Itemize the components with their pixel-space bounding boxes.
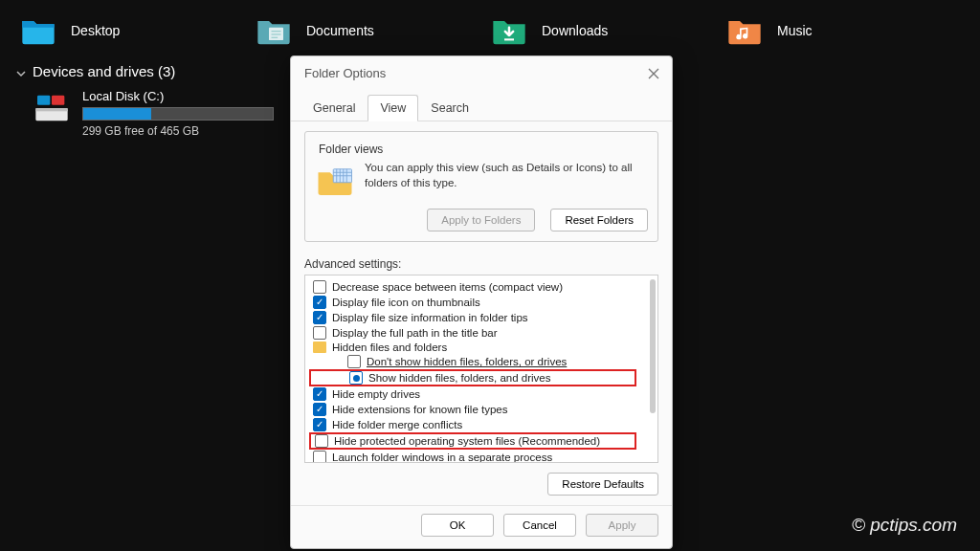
svg-rect-2 [272,33,281,34]
tab-general[interactable]: General [301,95,368,121]
desktop-folder-icon [19,11,57,50]
devices-header-text: Devices and drives (3) [33,63,175,79]
option-11[interactable]: Launch folder windows in a separate proc… [309,450,642,463]
option-1[interactable]: Display file icon on thumbnails [309,295,642,310]
tab-search[interactable]: Search [418,95,481,121]
dialog-body: Folder views You can apply this view (su… [291,121,672,505]
option-3[interactable]: Display the full path in the title bar [309,325,642,341]
option-label: Decrease space between items (compact vi… [332,281,563,293]
svg-rect-7 [37,96,50,105]
qa-label: Documents [306,23,374,38]
drive-capacity-bar [82,107,274,121]
checkbox[interactable] [313,296,326,309]
option-9[interactable]: Hide folder merge conflicts [309,417,642,432]
checkbox[interactable] [313,418,326,431]
qa-downloads[interactable]: Downloads [490,11,725,50]
option-label: Launch folder windows in a separate proc… [332,452,552,463]
checkbox[interactable] [313,451,326,463]
option-7[interactable]: Hide empty drives [309,386,642,402]
reset-folders-button[interactable]: Reset Folders [550,209,648,231]
svg-rect-8 [52,96,64,105]
drive-capacity-fill [83,108,151,120]
svg-rect-4 [504,38,514,40]
folder-views-group: Folder views You can apply this view (su… [304,131,658,242]
dialog-tabs: General View Search [291,88,672,121]
option-label: Hidden files and folders [332,342,447,353]
checkbox[interactable] [315,434,328,448]
option-label: Display file icon on thumbnails [332,297,480,308]
drive-icon [33,89,71,127]
dialog-titlebar: Folder Options [291,56,672,88]
folder-views-icon [315,161,355,201]
tab-view[interactable]: View [368,95,418,121]
drive-free-text: 299 GB free of 465 GB [82,124,274,138]
option-label: Hide extensions for known file types [332,404,507,415]
svg-rect-0 [269,28,283,40]
folder-icon [313,342,326,353]
folder-views-legend: Folder views [315,143,387,156]
radio[interactable] [347,355,361,368]
quick-access-row: Desktop Documents Downloads Music [0,0,980,54]
checkbox[interactable] [313,403,326,416]
advanced-settings-list[interactable]: Decrease space between items (compact vi… [304,275,658,463]
checkbox[interactable] [313,280,326,294]
svg-rect-1 [272,31,281,32]
option-5[interactable]: Don't show hidden files, folders, or dri… [309,354,642,369]
apply-to-folders-button[interactable]: Apply to Folders [427,209,535,231]
restore-defaults-button[interactable]: Restore Defaults [547,473,658,496]
chevron-down-icon [15,66,27,77]
qa-label: Desktop [71,23,120,38]
radio[interactable] [349,371,363,385]
checkbox[interactable] [313,387,326,401]
option-label: Hide protected operating system files (R… [334,435,600,447]
folder-views-desc: You can apply this view (such as Details… [365,161,648,201]
option-label: Display file size information in folder … [332,312,528,323]
option-10[interactable]: Hide protected operating system files (R… [309,432,636,450]
option-group-4: Hidden files and folders [309,341,642,354]
folder-options-dialog: Folder Options General View Search Folde… [290,55,673,549]
watermark: © pctips.com [852,515,957,536]
option-label: Hide empty drives [332,388,420,400]
option-8[interactable]: Hide extensions for known file types [309,402,642,417]
option-2[interactable]: Display file size information in folder … [309,310,642,325]
option-0[interactable]: Decrease space between items (compact vi… [309,279,642,295]
ok-button[interactable]: OK [421,514,494,537]
scrollbar-thumb[interactable] [650,279,656,413]
qa-desktop[interactable]: Desktop [19,11,255,50]
apply-button[interactable]: Apply [586,514,658,537]
checkbox[interactable] [313,326,326,340]
qa-documents[interactable]: Documents [255,11,490,50]
checkbox[interactable] [313,311,326,324]
dialog-title: Folder Options [304,66,386,80]
svg-rect-6 [35,108,67,111]
qa-label: Downloads [542,23,608,38]
downloads-folder-icon [490,11,528,50]
advanced-settings-label: Advanced settings: [304,257,658,271]
qa-music[interactable]: Music [725,11,961,50]
qa-label: Music [777,23,813,38]
cancel-button[interactable]: Cancel [503,514,576,537]
documents-folder-icon [255,11,293,50]
drive-name: Local Disk (C:) [82,89,274,103]
svg-rect-3 [272,37,278,38]
dialog-footer: OK Cancel Apply [291,505,672,548]
option-label: Hide folder merge conflicts [332,419,462,430]
option-6[interactable]: Show hidden files, folders, and drives [309,369,636,386]
close-icon[interactable] [647,67,660,80]
option-label: Don't show hidden files, folders, or dri… [367,356,567,367]
option-label: Display the full path in the title bar [332,327,498,339]
music-folder-icon [725,11,764,50]
drive-info: Local Disk (C:) 299 GB free of 465 GB [82,89,274,138]
option-label: Show hidden files, folders, and drives [368,372,551,384]
